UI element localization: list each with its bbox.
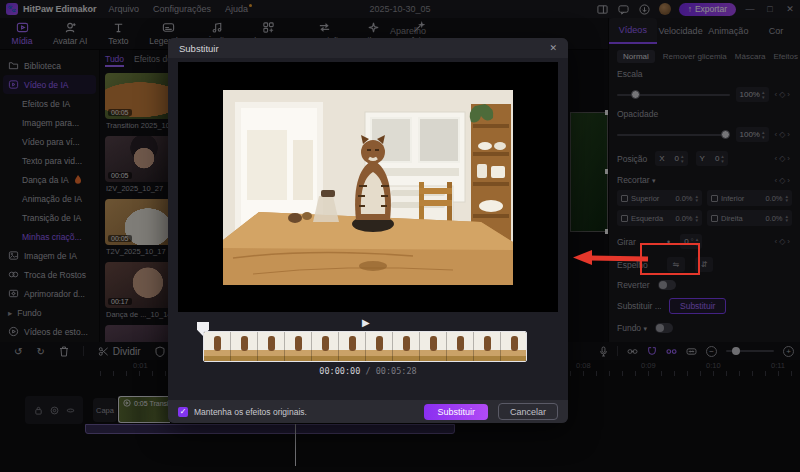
- keep-effects-label: Mantenha os efeitos originais.: [194, 407, 418, 417]
- video-preview-frame: [223, 90, 513, 285]
- confirm-replace-button[interactable]: Substituir: [424, 404, 488, 420]
- replace-dialog: Substituir ✕: [168, 38, 568, 423]
- trim-filmstrip[interactable]: [203, 331, 527, 362]
- keep-effects-checkbox[interactable]: ✓: [178, 407, 188, 417]
- edimakor-window: 🐾 HitPaw Edimakor Arquivo Configurações …: [0, 0, 800, 472]
- play-icon[interactable]: ▶: [362, 317, 370, 328]
- timecode: 00:00:00 / 00:05:28: [168, 366, 568, 376]
- dialog-title: Substituir: [179, 43, 219, 54]
- dialog-close-icon[interactable]: ✕: [549, 43, 557, 53]
- cancel-button[interactable]: Cancelar: [498, 403, 558, 420]
- dialog-preview-area: [178, 62, 558, 312]
